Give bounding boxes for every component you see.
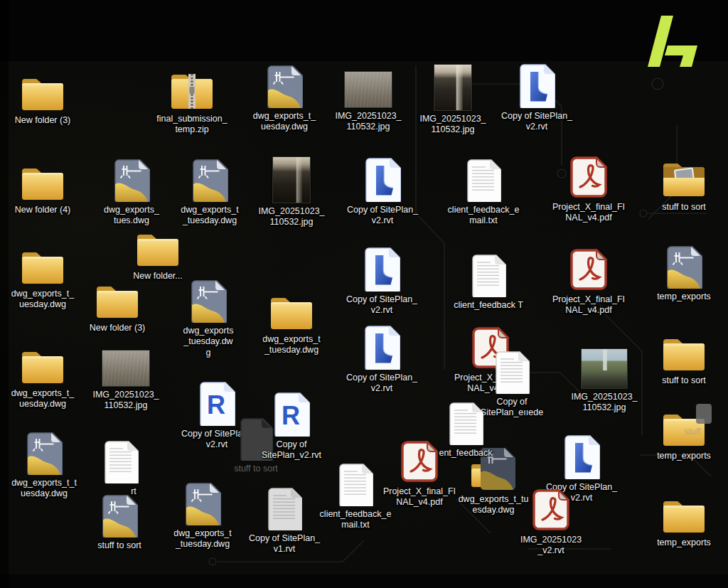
desktop-icon[interactable]: stuff to sort	[80, 493, 159, 551]
folder-icon	[10, 348, 75, 385]
desktop[interactable]: New folder (3) final_submission_temp.zip…	[0, 0, 728, 588]
bottom-black-band	[0, 574, 728, 588]
folder-icon	[260, 294, 323, 331]
desktop-icon[interactable]: ent_feedback	[427, 401, 505, 459]
open-folder-icon	[645, 161, 723, 199]
desktop-icon[interactable]: New folder (3)	[3, 75, 82, 126]
desktop-icon[interactable]: client_feedback_email.txt	[447, 158, 520, 227]
desktop-icon[interactable]: client_feedback T	[446, 253, 531, 311]
icon-label: Copy of SitePlan_v2.rvt	[345, 373, 419, 395]
icon-label: stuff	[671, 427, 714, 437]
desktop-icon[interactable]: stuff to sort	[645, 336, 723, 386]
dwg-file-icon	[645, 245, 723, 289]
icon-label: Project_X_final_FINAL_v4.pdf	[382, 486, 457, 508]
revit-file-icon	[345, 324, 419, 370]
icon-label: dwg_exports_t_uesday.dwg	[10, 388, 75, 410]
icon-label: client_feedback_email.txt	[319, 509, 392, 531]
desktop-icon[interactable]: temp_exports	[645, 498, 723, 548]
pdf-file-icon	[551, 155, 626, 199]
desktop-icon[interactable]: stuff to sort	[645, 161, 723, 213]
desktop-icon[interactable]: rt	[100, 439, 142, 497]
icon-label: dwg_exports_t_tuesday.dwg	[11, 478, 77, 500]
folder-icon	[10, 249, 75, 286]
desktop-icon[interactable]: stuff	[682, 404, 725, 437]
desktop-icon[interactable]: client_feedback_email.txt	[319, 462, 392, 531]
icon-label: stuff to sort	[645, 202, 723, 213]
desktop-icon[interactable]: IMG_20251023_110532.jpg	[419, 64, 486, 136]
icon-label: dwg_exports_t_uesday.dwg	[252, 111, 317, 133]
icon-label: stuff to sort	[645, 375, 723, 386]
dwg-file-icon	[178, 158, 241, 202]
icon-label: New folder (4)	[3, 205, 82, 215]
revit-file-icon	[500, 63, 574, 108]
desktop-icon[interactable]: New folder (4)	[3, 165, 82, 215]
desktop-icon[interactable]: temp_exports	[645, 245, 723, 302]
icon-label: IMG_20251023_110532.jpg	[335, 111, 402, 133]
icon-label: client_feedback T	[446, 300, 531, 311]
revit-file-icon	[345, 246, 419, 292]
svg-text:R: R	[282, 401, 300, 430]
icon-label: IMG_20251023_110532.jpg	[571, 392, 638, 414]
desktop-icon[interactable]: Copy of SitePlan_v2.rvt	[345, 324, 419, 395]
desktop-icon[interactable]: Project_X_final_FINAL_v4.pdf	[551, 155, 626, 224]
revit-file-icon	[545, 434, 619, 479]
icon-label: Copy of SitePlan_v2.rvt	[500, 111, 574, 133]
icon-label: Copy of SitePlan_v2.rvt	[346, 205, 419, 227]
icon-label: stuff to sort	[80, 540, 159, 551]
folder-icon	[645, 336, 723, 373]
desktop-icon[interactable]: dwg_exports_tues.dwg	[104, 158, 159, 227]
desktop-icon[interactable]: Project_X_final_FINAL_v4.pdf	[551, 247, 626, 316]
dwg-file-icon	[171, 481, 234, 525]
desktop-icon[interactable]: dwg_exports_t_tuesday.dwg	[171, 481, 234, 550]
dwg-file-icon	[11, 431, 77, 475]
desktop-icon[interactable]: IMG_20251023_110532.jpg	[258, 156, 325, 228]
desktop-icon[interactable]: dwg_exports_t_tuesday.dwg	[260, 294, 323, 356]
icon-label: ent_feedback	[427, 448, 505, 459]
desktop-icon[interactable]: IMG_20251023_110532.jpg	[335, 71, 402, 133]
icon-label: IMG_20251023_110532.jpg	[419, 114, 486, 136]
icon-label: Copy of SitePlan_v2.rvt	[345, 294, 419, 316]
icon-label: dwg_exports_t_uesday.dwg	[10, 289, 75, 311]
icon-label: rt	[112, 486, 155, 497]
desktop-icon[interactable]: Copy of SitePlan_v1.rvt	[247, 486, 321, 555]
desktop-icon[interactable]: dwg_exports_t_tuesday.dwg	[178, 158, 241, 227]
desktop-icon[interactable]: IMG_20251023_110532.jpg	[92, 350, 159, 412]
desktop-icon[interactable]: Copy of SitePlan_v2.rvt	[346, 156, 419, 227]
folder-icon	[119, 231, 197, 268]
icon-label: dwg_exports_tuesday.dwg	[182, 326, 235, 358]
desktop-icon[interactable]: Copy of SitePlan_v2.rvt	[500, 63, 574, 133]
gray-document-icon	[247, 486, 321, 530]
desktop-icon[interactable]: dwg_exports_t_uesday.dwg	[10, 348, 75, 410]
desktop-icon[interactable]: IMG_20251023_v2.rvt	[519, 488, 583, 557]
photo-thumbnail-icon	[92, 350, 159, 387]
photo-thumbnail-icon	[419, 64, 486, 111]
icon-label: dwg_exports_t_tuesday.dwg	[178, 205, 241, 227]
desktop-icon[interactable]: New folder (3)	[78, 283, 156, 333]
icon-label: IMG_20251023_v2.rvt	[519, 535, 583, 557]
icon-label: final_submission_temp.zip	[156, 114, 228, 136]
desktop-icon[interactable]: dwg_exports_tuesday.dwg	[182, 279, 235, 358]
photo-thumbnail-icon	[571, 348, 638, 389]
dwg-file-icon	[104, 158, 159, 202]
text-file-icon	[476, 350, 547, 394]
icon-label: stuff to sort	[217, 464, 295, 474]
icon-label: New folder (3)	[78, 323, 156, 333]
dwg-file-icon	[182, 279, 235, 323]
icon-label: temp_exports	[645, 538, 723, 548]
h-logo	[638, 11, 704, 71]
icon-label: Project_X_final_FINAL_v4.pdf	[551, 202, 626, 224]
icon-label: New folder (3)	[3, 115, 82, 126]
desktop-icon[interactable]: dwg_exports_t_tuesday.dwg	[11, 431, 77, 500]
desktop-icon[interactable]: RCopy of SitePlan_v2.rvt	[259, 391, 324, 461]
text-file-icon	[319, 462, 392, 506]
desktop-icon[interactable]: Copy of SitePlan_v2.rvt	[345, 246, 419, 316]
desktop-icon[interactable]: final_submission_temp.zip	[156, 71, 228, 136]
photo-thumbnail-icon	[258, 156, 325, 203]
desktop-icon[interactable]: dwg_exports_t_uesday.dwg	[10, 249, 75, 311]
desktop-icon[interactable]: dwg_exports_t_uesday.dwg	[252, 64, 317, 133]
desktop-icon[interactable]: IMG_20251023_110532.jpg	[571, 348, 638, 414]
icon-label: Project_X_final_FINAL_v4.pdf	[551, 294, 626, 316]
photo-thumbnail-icon	[335, 71, 402, 108]
desktop-icon[interactable]: New folder...	[119, 231, 197, 282]
icon-label: IMG_20251023_110532.jpg	[258, 206, 325, 228]
